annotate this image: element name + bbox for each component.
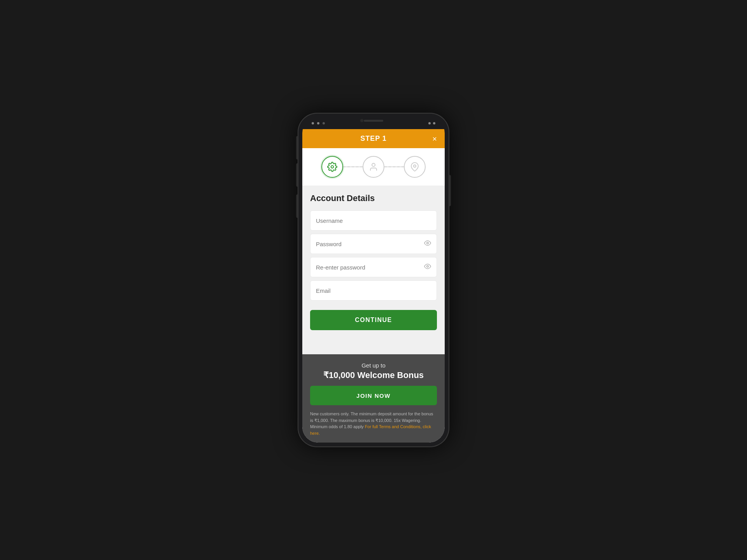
email-input-group[interactable] [310, 280, 437, 301]
speaker [364, 120, 383, 122]
step-2-circle [363, 156, 384, 178]
reenter-toggle-icon[interactable] [424, 263, 431, 271]
status-left [312, 122, 325, 124]
bonus-subtitle: Get up to [310, 362, 437, 369]
password-input-group[interactable] [310, 234, 437, 254]
svg-point-1 [372, 163, 375, 166]
step-line-2 [384, 166, 404, 167]
svg-point-4 [427, 266, 429, 268]
step-3-circle [404, 156, 426, 178]
step-title: STEP 1 [360, 135, 387, 143]
battery-icon [428, 122, 431, 124]
form-title: Account Details [310, 193, 437, 203]
header: STEP 1 × [302, 129, 445, 148]
password-input[interactable] [316, 241, 424, 247]
camera [360, 119, 363, 122]
svg-point-0 [331, 166, 334, 168]
continue-button[interactable]: CONTINUE [310, 310, 437, 330]
gear-icon [327, 162, 337, 172]
reenter-password-input[interactable] [316, 264, 424, 271]
main-content: Account Details [302, 148, 445, 443]
close-button[interactable]: × [432, 134, 437, 143]
app-content: STEP 1 × [302, 129, 445, 443]
join-now-button[interactable]: JOIN NOW [310, 386, 437, 405]
steps-indicator [302, 148, 445, 186]
status-right [428, 122, 435, 124]
svg-point-2 [414, 165, 416, 167]
email-input[interactable] [316, 287, 431, 294]
svg-point-3 [427, 242, 429, 244]
step-line-1 [343, 166, 363, 167]
password-toggle-icon[interactable] [424, 240, 431, 248]
phone-screen: STEP 1 × [302, 117, 445, 443]
location-icon [410, 162, 419, 172]
person-icon [369, 162, 378, 172]
reenter-password-input-group[interactable] [310, 257, 437, 277]
step-1-circle [321, 156, 343, 178]
username-input-group[interactable] [310, 210, 437, 231]
bonus-section: Get up to ₹10,000 Welcome Bonus JOIN NOW… [302, 354, 445, 443]
phone-device: STEP 1 × [298, 113, 449, 447]
status-dot-3 [323, 122, 325, 124]
username-input[interactable] [316, 217, 431, 224]
status-dot-1 [312, 122, 314, 124]
status-dot-2 [317, 122, 319, 124]
bonus-amount: ₹10,000 Welcome Bonus [310, 370, 437, 380]
form-section: Account Details [302, 186, 445, 354]
status-bar [302, 117, 445, 129]
terms-text: New customers only. The minimum deposit … [310, 411, 437, 436]
wifi-icon [433, 122, 435, 124]
